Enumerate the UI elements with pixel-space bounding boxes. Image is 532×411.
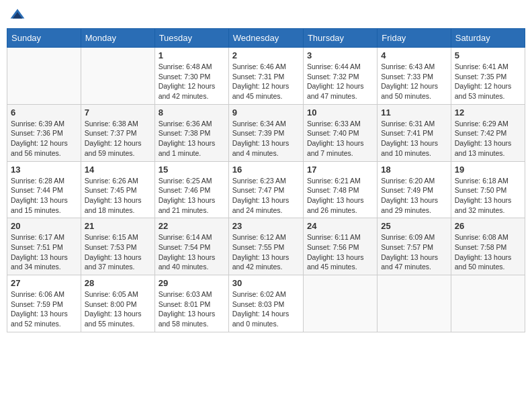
calendar-cell bbox=[378, 275, 451, 332]
calendar-cell: 14Sunrise: 6:26 AMSunset: 7:45 PMDayligh… bbox=[81, 161, 154, 218]
day-number: 2 bbox=[232, 50, 300, 60]
day-info: Sunrise: 6:38 AMSunset: 7:37 PMDaylight:… bbox=[85, 119, 151, 158]
day-number: 22 bbox=[159, 221, 225, 231]
day-info: Sunrise: 6:06 AMSunset: 7:59 PMDaylight:… bbox=[11, 289, 77, 329]
day-number: 12 bbox=[455, 107, 521, 118]
calendar-cell: 12Sunrise: 6:29 AMSunset: 7:42 PMDayligh… bbox=[451, 104, 525, 161]
day-number: 13 bbox=[11, 165, 77, 175]
day-info: Sunrise: 6:36 AMSunset: 7:38 PMDaylight:… bbox=[159, 119, 225, 158]
calendar-cell: 11Sunrise: 6:31 AMSunset: 7:41 PMDayligh… bbox=[378, 104, 451, 161]
day-info: Sunrise: 6:08 AMSunset: 7:58 PMDaylight:… bbox=[455, 232, 521, 272]
day-number: 27 bbox=[11, 278, 77, 288]
weekday-header-friday: Friday bbox=[378, 29, 451, 48]
calendar-cell: 17Sunrise: 6:21 AMSunset: 7:48 PMDayligh… bbox=[303, 161, 377, 218]
calendar-cell: 23Sunrise: 6:12 AMSunset: 7:55 PMDayligh… bbox=[228, 218, 303, 275]
weekday-header-thursday: Thursday bbox=[303, 29, 377, 48]
day-info: Sunrise: 6:05 AMSunset: 8:00 PMDaylight:… bbox=[85, 289, 151, 329]
day-info: Sunrise: 6:43 AMSunset: 7:33 PMDaylight:… bbox=[381, 62, 447, 101]
calendar-cell: 15Sunrise: 6:25 AMSunset: 7:46 PMDayligh… bbox=[154, 161, 228, 218]
calendar-cell: 21Sunrise: 6:15 AMSunset: 7:53 PMDayligh… bbox=[81, 218, 154, 275]
calendar-cell: 20Sunrise: 6:17 AMSunset: 7:51 PMDayligh… bbox=[7, 218, 81, 275]
calendar-cell: 1Sunrise: 6:48 AMSunset: 7:30 PMDaylight… bbox=[154, 48, 228, 105]
day-info: Sunrise: 6:48 AMSunset: 7:30 PMDaylight:… bbox=[159, 62, 225, 101]
calendar-cell: 10Sunrise: 6:33 AMSunset: 7:40 PMDayligh… bbox=[303, 104, 377, 161]
calendar-cell bbox=[303, 275, 377, 332]
calendar-cell: 28Sunrise: 6:05 AMSunset: 8:00 PMDayligh… bbox=[81, 275, 154, 332]
day-number: 23 bbox=[232, 221, 300, 231]
day-info: Sunrise: 6:28 AMSunset: 7:44 PMDaylight:… bbox=[11, 176, 77, 216]
day-number: 30 bbox=[232, 278, 300, 288]
day-info: Sunrise: 6:34 AMSunset: 7:39 PMDaylight:… bbox=[232, 119, 300, 158]
calendar-cell: 24Sunrise: 6:11 AMSunset: 7:56 PMDayligh… bbox=[303, 218, 377, 275]
day-info: Sunrise: 6:41 AMSunset: 7:35 PMDaylight:… bbox=[455, 62, 521, 101]
calendar-week-3: 13Sunrise: 6:28 AMSunset: 7:44 PMDayligh… bbox=[7, 161, 525, 218]
day-number: 21 bbox=[85, 221, 151, 231]
day-number: 7 bbox=[85, 107, 151, 118]
calendar-week-5: 27Sunrise: 6:06 AMSunset: 7:59 PMDayligh… bbox=[7, 275, 525, 332]
day-number: 20 bbox=[11, 221, 77, 231]
weekday-header-monday: Monday bbox=[81, 29, 154, 48]
calendar-cell bbox=[81, 48, 154, 105]
calendar-cell: 30Sunrise: 6:02 AMSunset: 8:03 PMDayligh… bbox=[228, 275, 303, 332]
day-number: 9 bbox=[232, 107, 300, 118]
day-info: Sunrise: 6:12 AMSunset: 7:55 PMDaylight:… bbox=[232, 232, 300, 272]
day-info: Sunrise: 6:21 AMSunset: 7:48 PMDaylight:… bbox=[307, 176, 373, 216]
day-number: 10 bbox=[307, 107, 373, 118]
day-info: Sunrise: 6:17 AMSunset: 7:51 PMDaylight:… bbox=[11, 232, 77, 272]
calendar-cell bbox=[451, 275, 525, 332]
day-info: Sunrise: 6:29 AMSunset: 7:42 PMDaylight:… bbox=[455, 119, 521, 158]
calendar-cell: 4Sunrise: 6:43 AMSunset: 7:33 PMDaylight… bbox=[378, 48, 451, 105]
calendar-cell: 19Sunrise: 6:18 AMSunset: 7:50 PMDayligh… bbox=[451, 161, 525, 218]
calendar-cell: 26Sunrise: 6:08 AMSunset: 7:58 PMDayligh… bbox=[451, 218, 525, 275]
day-info: Sunrise: 6:14 AMSunset: 7:54 PMDaylight:… bbox=[159, 232, 225, 272]
day-info: Sunrise: 6:44 AMSunset: 7:32 PMDaylight:… bbox=[307, 62, 373, 101]
calendar-cell bbox=[7, 48, 81, 105]
day-info: Sunrise: 6:11 AMSunset: 7:56 PMDaylight:… bbox=[307, 232, 373, 272]
weekday-header-wednesday: Wednesday bbox=[228, 29, 303, 48]
weekday-header-tuesday: Tuesday bbox=[154, 29, 228, 48]
day-number: 5 bbox=[455, 50, 521, 60]
day-number: 16 bbox=[232, 165, 300, 175]
calendar-cell: 8Sunrise: 6:36 AMSunset: 7:38 PMDaylight… bbox=[154, 104, 228, 161]
calendar-cell: 18Sunrise: 6:20 AMSunset: 7:49 PMDayligh… bbox=[378, 161, 451, 218]
day-number: 3 bbox=[307, 50, 373, 60]
calendar-cell: 29Sunrise: 6:03 AMSunset: 8:01 PMDayligh… bbox=[154, 275, 228, 332]
calendar-cell: 6Sunrise: 6:39 AMSunset: 7:36 PMDaylight… bbox=[7, 104, 81, 161]
day-number: 15 bbox=[159, 165, 225, 175]
day-number: 19 bbox=[455, 165, 521, 175]
day-number: 18 bbox=[381, 165, 447, 175]
calendar-cell: 22Sunrise: 6:14 AMSunset: 7:54 PMDayligh… bbox=[154, 218, 228, 275]
weekday-header-saturday: Saturday bbox=[451, 29, 525, 48]
day-number: 14 bbox=[85, 165, 151, 175]
day-number: 1 bbox=[159, 50, 225, 60]
day-number: 4 bbox=[381, 50, 447, 60]
calendar-cell: 2Sunrise: 6:46 AMSunset: 7:31 PMDaylight… bbox=[228, 48, 303, 105]
day-info: Sunrise: 6:26 AMSunset: 7:45 PMDaylight:… bbox=[85, 176, 151, 216]
calendar-cell: 7Sunrise: 6:38 AMSunset: 7:37 PMDaylight… bbox=[81, 104, 154, 161]
calendar-week-4: 20Sunrise: 6:17 AMSunset: 7:51 PMDayligh… bbox=[7, 218, 525, 275]
day-number: 25 bbox=[381, 221, 447, 231]
day-info: Sunrise: 6:02 AMSunset: 8:03 PMDaylight:… bbox=[232, 289, 300, 329]
calendar-week-1: 1Sunrise: 6:48 AMSunset: 7:30 PMDaylight… bbox=[7, 48, 525, 105]
day-info: Sunrise: 6:03 AMSunset: 8:01 PMDaylight:… bbox=[159, 289, 225, 329]
day-number: 17 bbox=[307, 165, 373, 175]
calendar-cell: 9Sunrise: 6:34 AMSunset: 7:39 PMDaylight… bbox=[228, 104, 303, 161]
day-number: 29 bbox=[159, 278, 225, 288]
day-number: 28 bbox=[85, 278, 151, 288]
day-info: Sunrise: 6:18 AMSunset: 7:50 PMDaylight:… bbox=[455, 176, 521, 216]
day-number: 24 bbox=[307, 221, 373, 231]
calendar-cell: 13Sunrise: 6:28 AMSunset: 7:44 PMDayligh… bbox=[7, 161, 81, 218]
calendar-cell: 27Sunrise: 6:06 AMSunset: 7:59 PMDayligh… bbox=[7, 275, 81, 332]
logo-icon bbox=[9, 7, 26, 23]
weekday-header-row: SundayMondayTuesdayWednesdayThursdayFrid… bbox=[7, 29, 525, 48]
calendar-table: SundayMondayTuesdayWednesdayThursdayFrid… bbox=[7, 28, 525, 332]
calendar-body: 1Sunrise: 6:48 AMSunset: 7:30 PMDaylight… bbox=[7, 48, 525, 332]
day-number: 11 bbox=[381, 107, 447, 118]
calendar-cell: 3Sunrise: 6:44 AMSunset: 7:32 PMDaylight… bbox=[303, 48, 377, 105]
day-number: 26 bbox=[455, 221, 521, 231]
day-info: Sunrise: 6:09 AMSunset: 7:57 PMDaylight:… bbox=[381, 232, 447, 272]
day-info: Sunrise: 6:46 AMSunset: 7:31 PMDaylight:… bbox=[232, 62, 300, 101]
day-info: Sunrise: 6:20 AMSunset: 7:49 PMDaylight:… bbox=[381, 176, 447, 216]
page-header bbox=[7, 7, 525, 23]
calendar-week-2: 6Sunrise: 6:39 AMSunset: 7:36 PMDaylight… bbox=[7, 104, 525, 161]
